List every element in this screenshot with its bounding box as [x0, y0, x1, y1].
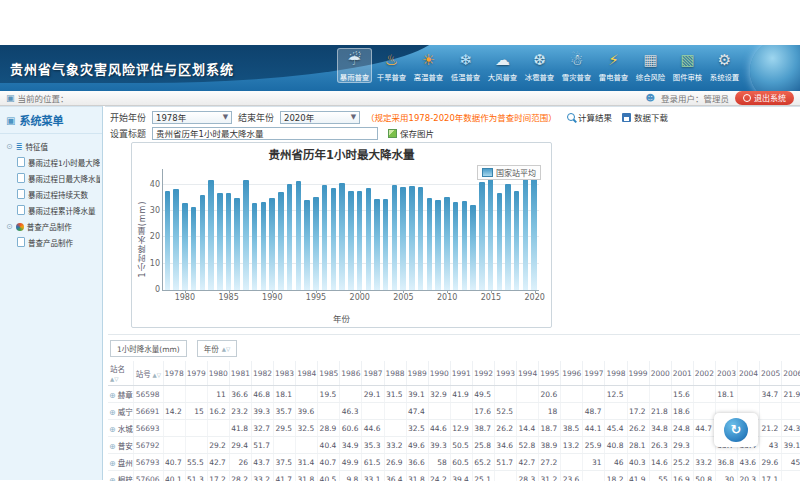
tree-toggle-icon[interactable]: ⊙ — [6, 142, 13, 151]
value-cell-56793-1983: 37.5 — [274, 454, 296, 471]
year-column-header-1994[interactable]: 1994 — [517, 361, 539, 386]
year-column-header-1991[interactable]: 1991 — [450, 361, 472, 386]
value-cell-56693-1986: 60.6 — [340, 420, 362, 437]
sidebar-item-0-2[interactable]: 暴雨过程持续天数 — [2, 186, 100, 202]
year-column-header-1998[interactable]: 1998 — [605, 361, 627, 386]
x-tick-label: 2005 — [393, 293, 413, 302]
year-column-header-1987[interactable]: 1987 — [362, 361, 384, 386]
year-column-header-2001[interactable]: 2001 — [671, 361, 693, 386]
value-type-filter[interactable]: 1小时降水量(mm) — [110, 340, 187, 357]
value-cell-56792-1983 — [274, 437, 296, 454]
sidebar-group-1[interactable]: ⊙普查产品制作 — [2, 218, 100, 234]
year-column-header-2004[interactable]: 2004 — [738, 361, 760, 386]
nav-item-high-temp[interactable]: ☀高温普查 — [411, 48, 446, 83]
col-name-header[interactable]: 站名 ▲▽ — [108, 361, 133, 386]
table-filters: 1小时降水量(mm) 年份 ▲▽ — [110, 340, 800, 357]
year-column-header-1992[interactable]: 1992 — [472, 361, 494, 386]
year-column-header-1999[interactable]: 1999 — [627, 361, 649, 386]
row-expander-icon[interactable]: ⊕ — [109, 476, 116, 482]
year-column-header-1981[interactable]: 1981 — [229, 361, 251, 386]
value-cell-56598-1982: 46.8 — [251, 386, 273, 403]
sidebar-group-0[interactable]: ⊙≣特征值 — [2, 138, 100, 154]
year-column-header-1996[interactable]: 1996 — [561, 361, 583, 386]
range-hint-text: （规定采用1978-2020年数据作为普查时间范围） — [366, 111, 557, 123]
year-column-header-1988[interactable]: 1988 — [384, 361, 406, 386]
logout-button[interactable]: 退出系统 — [735, 91, 794, 105]
value-cell-57606-1984: 31.8 — [296, 471, 318, 482]
year-column-header-1997[interactable]: 1997 — [583, 361, 605, 386]
nav-item-rainstorm[interactable]: ☔暴雨普查 — [337, 48, 372, 83]
year-column-header-2003[interactable]: 2003 — [715, 361, 737, 386]
nav-item-lightning[interactable]: ⚡雷电普查 — [596, 48, 631, 83]
year-column-header-2006[interactable]: 2006 — [782, 361, 800, 386]
row-expander-icon[interactable]: ⊕ — [109, 425, 116, 434]
nav-item-label: 冰雹普查 — [523, 71, 555, 81]
year-column-header-1978[interactable]: 1978 — [163, 361, 185, 386]
value-cell-56693-1982: 32.7 — [251, 420, 273, 437]
value-cell-56792-2001: 29.3 — [671, 437, 693, 454]
value-cell-56691-2006 — [782, 403, 800, 420]
sort-arrows-icon[interactable]: ▲▽ — [151, 372, 161, 378]
row-expander-icon[interactable]: ⊕ — [109, 391, 116, 400]
start-year-select[interactable]: 1978年▼ — [152, 111, 232, 124]
year-column-header-1986[interactable]: 1986 — [340, 361, 362, 386]
save-image-button[interactable]: 保存图片 — [388, 127, 434, 139]
value-cell-56598-1986 — [340, 386, 362, 403]
sort-arrows-icon[interactable]: ▲▽ — [110, 376, 118, 382]
value-cell-56693-1998: 45.4 — [605, 420, 627, 437]
nav-item-composite-risk[interactable]: ▦综合风险 — [633, 48, 668, 83]
row-expander-icon[interactable]: ⊕ — [109, 442, 116, 451]
year-column-header-1983[interactable]: 1983 — [274, 361, 296, 386]
value-cell-56792-1981: 29.4 — [229, 437, 251, 454]
value-cell-56793-2003: 36.8 — [715, 454, 737, 471]
download-data-button[interactable]: 数据下载 — [622, 111, 668, 123]
year-column-header-1979[interactable]: 1979 — [185, 361, 207, 386]
value-cell-57606-1981: 28.2 — [229, 471, 251, 482]
bar-2003 — [383, 199, 389, 290]
sidebar-item-0-0[interactable]: 暴雨过程1小时最大降水量 — [2, 154, 100, 170]
year-column-header-1995[interactable]: 1995 — [539, 361, 561, 386]
nav-item-map-review[interactable]: ▧图件审核 — [670, 48, 705, 83]
value-cell-56693-1997: 44.1 — [583, 420, 605, 437]
value-cell-56691-1983: 35.7 — [274, 403, 296, 420]
year-column-header-1985[interactable]: 1985 — [318, 361, 340, 386]
value-cell-57606-1996: 23.6 — [561, 471, 583, 482]
year-sort-filter[interactable]: 年份 ▲▽ — [197, 340, 237, 357]
value-cell-56793-2006: 45 — [782, 454, 800, 471]
nav-item-wind[interactable]: ☁大风普查 — [485, 48, 520, 83]
nav-item-snow-disaster[interactable]: ☃雪灾普查 — [559, 48, 594, 83]
year-column-header-2002[interactable]: 2002 — [693, 361, 715, 386]
year-column-header-1989[interactable]: 1989 — [406, 361, 428, 386]
document-icon — [17, 189, 25, 199]
row-expander-icon[interactable]: ⊕ — [109, 408, 116, 417]
year-column-header-2000[interactable]: 2000 — [649, 361, 671, 386]
sidebar-item-label: 普查产品制作 — [28, 237, 73, 248]
chart-title-input[interactable] — [152, 127, 378, 140]
year-column-header-1980[interactable]: 1980 — [207, 361, 229, 386]
list-icon: ≣ — [16, 142, 23, 151]
nav-item-low-temp[interactable]: ❄低温普查 — [448, 48, 483, 83]
value-cell-56693-1987: 44.6 — [362, 420, 384, 437]
calculate-button[interactable]: 计算结果 — [567, 111, 612, 123]
row-expander-icon[interactable]: ⊕ — [109, 459, 116, 468]
value-cell-57606-1978: 40.1 — [163, 471, 185, 482]
sidebar-item-0-3[interactable]: 暴雨过程累计降水量 — [2, 202, 100, 218]
tree-toggle-icon[interactable]: ⊙ — [6, 222, 13, 231]
table-row-56793: ⊕盘州5679340.755.542.72643.737.531.440.749… — [108, 454, 800, 471]
logged-in-user-label: 登录用户：管理员 — [661, 92, 729, 104]
nav-item-settings[interactable]: ⚙系统设置 — [707, 48, 742, 83]
col-id-header[interactable]: 站号 ▲▽ — [133, 361, 163, 386]
year-column-header-2005[interactable]: 2005 — [760, 361, 782, 386]
end-year-select[interactable]: 2020年▼ — [280, 111, 360, 124]
bar-1993 — [296, 181, 302, 290]
year-column-header-1990[interactable]: 1990 — [428, 361, 450, 386]
sidebar-item-1-0[interactable]: 普查产品制作 — [2, 234, 100, 250]
nav-item-drought[interactable]: ♨干旱普查 — [374, 48, 409, 83]
floating-service-widget[interactable]: ↻ — [714, 413, 758, 447]
year-column-header-1993[interactable]: 1993 — [494, 361, 516, 386]
nav-item-label: 图件审核 — [671, 71, 703, 81]
sidebar-item-0-1[interactable]: 暴雨过程日最大降水量 — [2, 170, 100, 186]
year-column-header-1982[interactable]: 1982 — [251, 361, 273, 386]
year-column-header-1984[interactable]: 1984 — [296, 361, 318, 386]
nav-item-hail[interactable]: ❆冰雹普查 — [522, 48, 557, 83]
